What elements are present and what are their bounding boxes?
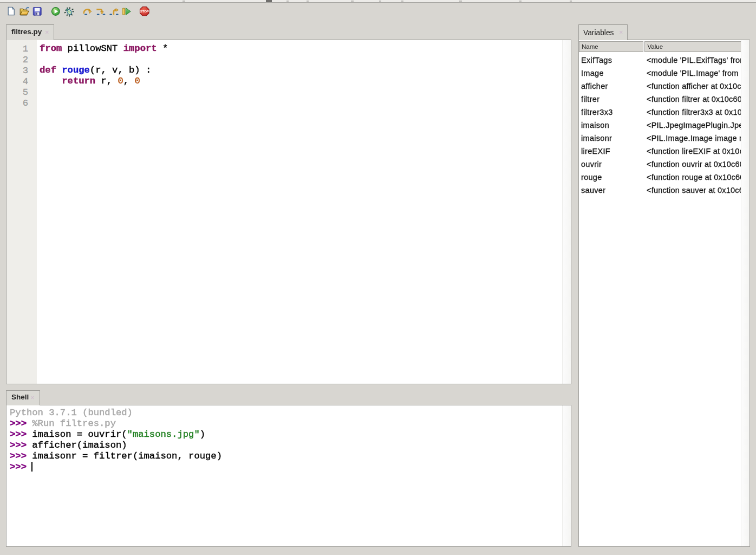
svg-text:STOP: STOP — [140, 9, 149, 13]
